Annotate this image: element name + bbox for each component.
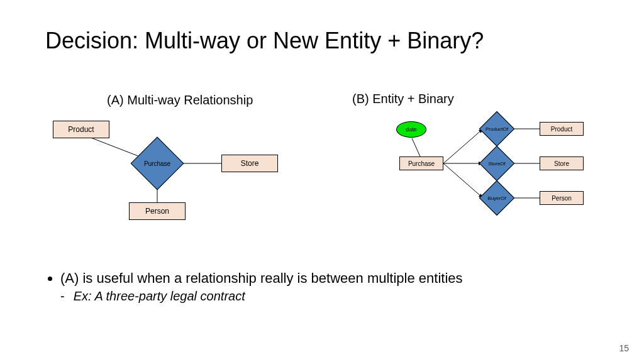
- relationship-storeof: StoreOf: [484, 151, 509, 176]
- page-number: 15: [619, 343, 629, 353]
- relationship-purchase-label: Purchase: [138, 145, 176, 182]
- entity-person: Person: [129, 202, 186, 220]
- relationship-buyerof-label: BuyerOf: [484, 185, 509, 211]
- section-a-heading: (A) Multi-way Relationship: [107, 93, 253, 107]
- diagram-a: Product Purchase Store Person: [50, 113, 289, 239]
- bullet-main: (A) is useful when a relationship really…: [60, 270, 463, 287]
- slide-title: Decision: Multi-way or New Entity + Bina…: [45, 28, 484, 54]
- section-b-heading: (B) Entity + Binary: [352, 92, 454, 106]
- attribute-date: date: [396, 121, 426, 138]
- relationship-productof-label: ProductOf: [484, 116, 509, 141]
- entity-store: Store: [221, 155, 278, 172]
- relationship-buyerof: BuyerOf: [484, 185, 509, 211]
- bullet-list: (A) is useful when a relationship really…: [45, 270, 463, 304]
- entity-purchase-b: Purchase: [399, 156, 443, 170]
- svg-line-6: [443, 163, 483, 198]
- diagram-b: date Purchase ProductOf StoreOf BuyerOf …: [377, 110, 604, 236]
- bullet-sub: -Ex: A three-party legal contract: [60, 289, 463, 304]
- entity-product-b: Product: [540, 122, 584, 136]
- entity-person-b: Person: [540, 191, 584, 205]
- svg-line-4: [443, 129, 483, 163]
- relationship-productof: ProductOf: [484, 116, 509, 141]
- entity-product: Product: [53, 121, 109, 138]
- relationship-storeof-label: StoreOf: [484, 151, 509, 176]
- relationship-purchase: Purchase: [138, 145, 176, 182]
- svg-line-3: [412, 138, 420, 156]
- entity-store-b: Store: [540, 156, 584, 170]
- slide: Decision: Multi-way or New Entity + Bina…: [0, 0, 644, 362]
- dash-icon: -: [60, 289, 65, 303]
- bullet-sub-text: Ex: A three-party legal contract: [74, 289, 245, 303]
